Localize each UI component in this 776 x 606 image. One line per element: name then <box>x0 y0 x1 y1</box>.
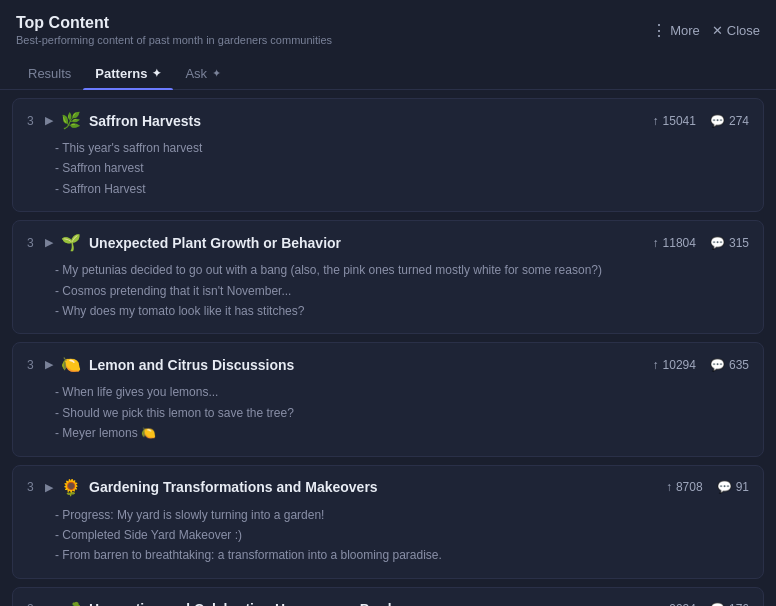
tab-results-label: Results <box>28 66 71 81</box>
item-header: 3 ▶ 🌱 Unexpected Plant Growth or Behavio… <box>27 233 749 252</box>
comment-count: 91 <box>736 480 749 494</box>
upvote-icon: ↑ <box>659 602 665 606</box>
expand-icon[interactable]: ▶ <box>45 236 53 249</box>
list-item: Why does my tomato look like it has stit… <box>55 301 749 321</box>
list-item: My petunias decided to go out with a ban… <box>55 260 749 280</box>
list-item: Should we pick this lemon to save the tr… <box>55 403 749 423</box>
expand-icon[interactable]: ▶ <box>45 481 53 494</box>
comment-stat: 💬 274 <box>710 114 749 128</box>
list-item: Saffron harvest <box>55 158 749 178</box>
more-button[interactable]: ⋮ More <box>651 21 700 40</box>
tab-patterns[interactable]: Patterns ✦ <box>83 58 173 89</box>
upvote-count: 15041 <box>663 114 696 128</box>
item-number: 3 <box>27 114 37 128</box>
comment-count: 315 <box>729 236 749 250</box>
expand-icon[interactable]: ▶ <box>45 358 53 371</box>
content-item-2: 3 ▶ 🍋 Lemon and Citrus Discussions ↑ 102… <box>12 342 764 456</box>
upvote-count: 11804 <box>663 236 696 250</box>
item-bullets: This year's saffron harvestSaffron harve… <box>27 138 749 199</box>
item-emoji: 🍋 <box>61 355 81 374</box>
item-header: 3 ▶ 🥕 Harvesting and Celebrating Homegro… <box>27 600 749 606</box>
item-bullets: Progress: My yard is slowly turning into… <box>27 505 749 566</box>
item-header-left: 3 ▶ 🌻 Gardening Transformations and Make… <box>27 478 378 497</box>
sparkle-icon-2: ✦ <box>212 67 221 80</box>
comment-stat: 💬 91 <box>717 480 749 494</box>
upvote-stat: ↑ 8708 <box>666 480 703 494</box>
item-header-left: 3 ▶ 🥕 Harvesting and Celebrating Homegro… <box>27 600 416 606</box>
expand-icon[interactable]: ▶ <box>45 114 53 127</box>
item-bullets: When life gives you lemons...Should we p… <box>27 382 749 443</box>
item-number: 3 <box>27 236 37 250</box>
list-item: When life gives you lemons... <box>55 382 749 402</box>
item-header-left: 3 ▶ 🌿 Saffron Harvests <box>27 111 201 130</box>
item-stats: ↑ 10294 💬 635 <box>653 358 749 372</box>
list-item: Meyer lemons 🍋 <box>55 423 749 443</box>
list-item: Cosmos pretending that it isn't November… <box>55 281 749 301</box>
item-header: 3 ▶ 🍋 Lemon and Citrus Discussions ↑ 102… <box>27 355 749 374</box>
tab-ask[interactable]: Ask ✦ <box>173 58 233 89</box>
comment-stat: 💬 315 <box>710 236 749 250</box>
upvote-icon: ↑ <box>653 114 659 128</box>
item-emoji: 🌱 <box>61 233 81 252</box>
item-title: Harvesting and Celebrating Homegrown Pro… <box>89 601 416 606</box>
item-emoji: 🌿 <box>61 111 81 130</box>
item-title: Lemon and Citrus Discussions <box>89 357 294 373</box>
comment-icon: 💬 <box>710 236 725 250</box>
list-item: This year's saffron harvest <box>55 138 749 158</box>
item-bullets: My petunias decided to go out with a ban… <box>27 260 749 321</box>
comment-count: 635 <box>729 358 749 372</box>
content-list: 3 ▶ 🌿 Saffron Harvests ↑ 15041 💬 274 Thi… <box>0 90 776 606</box>
list-item: Saffron Harvest <box>55 179 749 199</box>
sparkle-icon: ✦ <box>152 67 161 80</box>
item-stats: ↑ 11804 💬 315 <box>653 236 749 250</box>
dots-icon: ⋮ <box>651 21 666 40</box>
comment-icon: 💬 <box>710 602 725 606</box>
upvote-stat: ↑ 11804 <box>653 236 696 250</box>
upvote-count: 9034 <box>669 602 696 606</box>
page-title: Top Content <box>16 14 332 32</box>
content-item-3: 3 ▶ 🌻 Gardening Transformations and Make… <box>12 465 764 579</box>
upvote-stat: ↑ 15041 <box>653 114 696 128</box>
upvote-icon: ↑ <box>653 236 659 250</box>
item-header: 3 ▶ 🌿 Saffron Harvests ↑ 15041 💬 274 <box>27 111 749 130</box>
content-item-4: 3 ▶ 🥕 Harvesting and Celebrating Homegro… <box>12 587 764 606</box>
header-left: Top Content Best-performing content of p… <box>16 14 332 46</box>
comment-icon: 💬 <box>717 480 732 494</box>
item-title: Saffron Harvests <box>89 113 201 129</box>
page-subtitle: Best-performing content of past month in… <box>16 34 332 46</box>
comment-stat: 💬 635 <box>710 358 749 372</box>
upvote-icon: ↑ <box>653 358 659 372</box>
comment-count: 176 <box>729 602 749 606</box>
item-emoji: 🥕 <box>61 600 81 606</box>
content-item-0: 3 ▶ 🌿 Saffron Harvests ↑ 15041 💬 274 Thi… <box>12 98 764 212</box>
list-item: Completed Side Yard Makeover :) <box>55 525 749 545</box>
tab-bar: Results Patterns ✦ Ask ✦ <box>0 58 776 90</box>
item-number: 3 <box>27 358 37 372</box>
item-stats: ↑ 9034 💬 176 <box>659 602 749 606</box>
item-header-left: 3 ▶ 🍋 Lemon and Citrus Discussions <box>27 355 294 374</box>
item-header-left: 3 ▶ 🌱 Unexpected Plant Growth or Behavio… <box>27 233 341 252</box>
page-header: Top Content Best-performing content of p… <box>0 0 776 50</box>
item-emoji: 🌻 <box>61 478 81 497</box>
item-stats: ↑ 15041 💬 274 <box>653 114 749 128</box>
item-number: 3 <box>27 602 37 606</box>
item-title: Unexpected Plant Growth or Behavior <box>89 235 341 251</box>
tab-results[interactable]: Results <box>16 58 83 89</box>
list-item: From barren to breathtaking: a transform… <box>55 545 749 565</box>
comment-icon: 💬 <box>710 114 725 128</box>
close-button[interactable]: ✕ Close <box>712 23 760 38</box>
close-label: Close <box>727 23 760 38</box>
item-number: 3 <box>27 480 37 494</box>
close-icon: ✕ <box>712 23 723 38</box>
item-stats: ↑ 8708 💬 91 <box>666 480 749 494</box>
item-header: 3 ▶ 🌻 Gardening Transformations and Make… <box>27 478 749 497</box>
tab-ask-label: Ask <box>185 66 207 81</box>
content-item-1: 3 ▶ 🌱 Unexpected Plant Growth or Behavio… <box>12 220 764 334</box>
upvote-count: 10294 <box>663 358 696 372</box>
header-actions: ⋮ More ✕ Close <box>651 21 760 40</box>
comment-stat: 💬 176 <box>710 602 749 606</box>
comment-count: 274 <box>729 114 749 128</box>
upvote-count: 8708 <box>676 480 703 494</box>
upvote-stat: ↑ 9034 <box>659 602 696 606</box>
more-label: More <box>670 23 700 38</box>
